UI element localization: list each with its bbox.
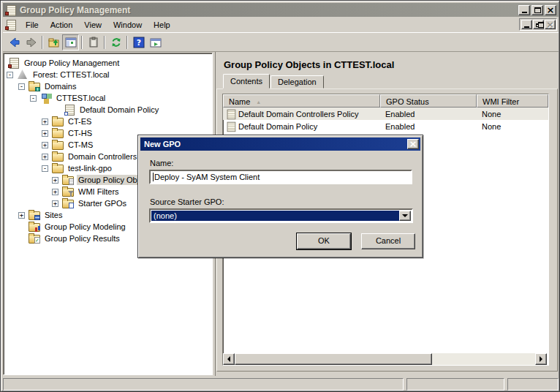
menu-item[interactable]: Action xyxy=(45,18,79,31)
list-header: Name ▲ GPO Status WMI Filter xyxy=(223,94,548,108)
tree-item-label: Domains xyxy=(43,81,77,91)
help-icon[interactable]: ? xyxy=(130,34,147,50)
gpo-status: Enabled xyxy=(380,108,477,120)
tree-expander-icon[interactable]: + xyxy=(42,118,48,125)
tree-item-icon xyxy=(62,198,74,208)
status-cell xyxy=(3,378,404,391)
scroll-left-icon[interactable] xyxy=(223,353,235,365)
gpmc-app-icon xyxy=(5,5,17,15)
tree-item-label: test-link-gpo xyxy=(67,163,113,173)
console-root-icon xyxy=(5,20,17,30)
tree-item-label: Forest: CTTEST.local xyxy=(31,69,111,80)
gpo-icon xyxy=(226,121,236,131)
tree-item-label: CT-HS xyxy=(67,128,94,138)
tree-item[interactable]: + CT-ES xyxy=(4,116,212,127)
tab-strip: ContentsDelegation xyxy=(223,74,325,88)
tree-item-icon xyxy=(52,151,64,162)
source-starter-gpo-select[interactable]: (none) xyxy=(149,208,413,223)
table-row[interactable]: Default Domain Controllers Policy Enable… xyxy=(223,108,548,120)
dialog-title: New GPO xyxy=(144,140,406,148)
tree-expander-icon[interactable]: + xyxy=(52,177,58,184)
tree-item-icon xyxy=(29,222,40,232)
back-icon[interactable] xyxy=(6,34,23,50)
cancel-button[interactable]: Cancel xyxy=(361,233,415,249)
wmi-filter: None xyxy=(477,108,548,120)
window-title: Group Policy Management xyxy=(20,5,517,15)
mdi-restore-button[interactable] xyxy=(533,20,544,29)
gpo-name: Default Domain Policy xyxy=(238,122,317,131)
refresh-icon[interactable] xyxy=(107,34,124,50)
tree-item-label: Domain Controllers xyxy=(67,151,138,162)
minimize-button[interactable] xyxy=(518,5,530,15)
show-console-tree-icon[interactable] xyxy=(62,34,79,50)
tree-item-icon xyxy=(62,186,74,197)
window-titlebar[interactable]: Group Policy Management xyxy=(3,3,559,17)
tree-expander-icon[interactable]: - xyxy=(30,95,37,102)
tree-expander-icon[interactable]: + xyxy=(42,142,48,148)
tree-expander-icon[interactable]: - xyxy=(7,72,13,78)
tree-item-label: CT-ES xyxy=(67,116,93,127)
tree-expander-icon[interactable]: + xyxy=(42,154,48,160)
gpo-icon xyxy=(226,109,236,118)
dialog-close-icon[interactable] xyxy=(407,139,419,149)
new-window-icon[interactable] xyxy=(147,34,164,50)
tree-item-label: CTTEST.local xyxy=(55,93,107,103)
tree-item[interactable]: - Domains xyxy=(4,80,212,92)
menu-item[interactable]: File xyxy=(20,18,45,31)
tree-item[interactable]: Group Policy Management xyxy=(4,57,212,69)
tree-item-icon xyxy=(52,128,64,138)
tree-expander-icon[interactable]: + xyxy=(52,200,58,207)
tree-item-icon xyxy=(64,105,75,115)
tree-item-icon xyxy=(52,140,64,150)
name-label: Name: xyxy=(150,159,173,167)
up-one-level-icon[interactable] xyxy=(45,34,62,50)
tree-expander-icon[interactable]: + xyxy=(52,189,58,195)
tab[interactable]: Contents xyxy=(223,74,270,88)
menu-item[interactable]: Help xyxy=(148,18,176,31)
tree-item[interactable]: - Forest: CTTEST.local xyxy=(4,69,212,80)
mdi-minimize-button[interactable] xyxy=(521,20,532,29)
selected-option: (none) xyxy=(151,211,399,221)
source-starter-gpo-label: Source Starter GPO: xyxy=(150,197,224,206)
tree-item-label: Sites xyxy=(43,210,64,220)
ok-button[interactable]: OK xyxy=(297,233,351,249)
gpmc-window: Group Policy Management FileActionViewWi… xyxy=(0,0,560,392)
column-header-name[interactable]: Name ▲ xyxy=(223,94,380,108)
scroll-right-icon[interactable] xyxy=(535,353,547,365)
text-caret xyxy=(153,173,154,181)
table-row[interactable]: Default Domain Policy Enabled None xyxy=(223,120,548,132)
tree-expander-icon[interactable]: - xyxy=(18,83,25,90)
tree-item-icon xyxy=(29,81,40,91)
tree-item[interactable]: - CTTEST.local xyxy=(4,92,212,104)
scrollbar-thumb[interactable] xyxy=(235,353,432,365)
column-header-gpo-status[interactable]: GPO Status xyxy=(380,94,477,108)
menu-item[interactable]: View xyxy=(78,18,107,31)
horizontal-scrollbar[interactable] xyxy=(223,353,547,365)
maximize-button[interactable] xyxy=(531,5,543,15)
tree-item-icon xyxy=(17,69,29,80)
gpo-name-input[interactable]: Deploy - SyAM System Client xyxy=(149,170,412,184)
tree-expander-icon[interactable]: + xyxy=(18,212,25,219)
properties-icon[interactable] xyxy=(85,34,102,50)
dialog-titlebar[interactable]: New GPO xyxy=(140,137,420,151)
menu-item[interactable]: Window xyxy=(107,18,148,31)
dropdown-arrow-icon[interactable] xyxy=(399,211,411,221)
tree-item-icon xyxy=(52,163,64,173)
gpo-status: Enabled xyxy=(380,120,477,132)
gpo-name: Default Domain Controllers Policy xyxy=(238,110,358,118)
tree-item[interactable]: Default Domain Policy xyxy=(4,104,212,116)
pane-title: Group Policy Objects in CTTEST.local xyxy=(216,52,559,70)
tree-expander-icon[interactable]: - xyxy=(42,165,48,172)
close-button[interactable] xyxy=(545,5,556,15)
status-cell xyxy=(507,378,559,391)
tree-item-icon xyxy=(29,210,40,220)
column-header-wmi-filter[interactable]: WMI Filter xyxy=(477,94,548,108)
tree-item-icon xyxy=(52,116,64,127)
tree-item-label: Group Policy Results xyxy=(43,233,121,244)
tab[interactable]: Delegation xyxy=(270,75,324,88)
tree-item-icon xyxy=(8,58,20,68)
tree-item-icon xyxy=(29,233,40,244)
tree-expander-icon[interactable]: + xyxy=(42,130,48,137)
forward-icon[interactable] xyxy=(23,34,39,50)
tree-item-label: WMI Filters xyxy=(77,186,121,197)
